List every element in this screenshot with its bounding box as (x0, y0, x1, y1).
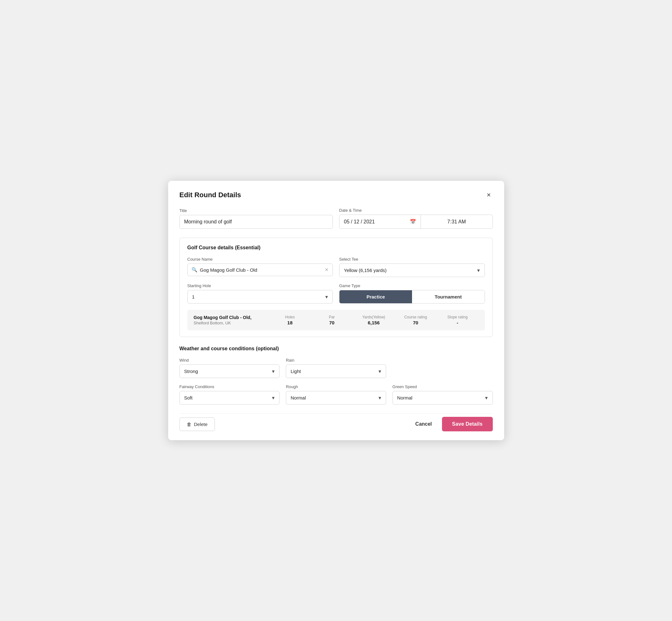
starting-hole-dropdown[interactable]: 1 2 10 (188, 290, 333, 303)
select-tee-label: Select Tee (339, 257, 485, 261)
slope-rating-label: Slope rating (447, 315, 468, 319)
edit-round-modal: Edit Round Details × Title Date & Time 0… (168, 181, 504, 440)
game-type-label: Game Type (339, 283, 485, 288)
fairway-group: Fairway Conditions Soft Normal Hard ▼ (179, 384, 280, 405)
holes-value: 18 (287, 320, 293, 325)
delete-button[interactable]: 🗑 Delete (179, 417, 215, 431)
date-part[interactable]: 05 / 12 / 2021 📅 (339, 215, 421, 229)
date-time-row: 05 / 12 / 2021 📅 7:31 AM (339, 215, 493, 229)
course-name-label: Course Name (187, 257, 333, 261)
holes-stat: Holes 18 (269, 315, 311, 325)
footer-row: 🗑 Delete Cancel Save Details (179, 413, 493, 431)
rain-group: Rain None Light Moderate Heavy ▼ (286, 358, 386, 378)
fairway-dropdown[interactable]: Soft Normal Hard (180, 391, 280, 404)
close-button[interactable]: × (485, 191, 493, 199)
title-label: Title (179, 208, 333, 213)
calendar-icon: 📅 (410, 219, 416, 225)
save-button[interactable]: Save Details (442, 417, 493, 431)
yards-value: 6,156 (368, 320, 380, 325)
footer-right: Cancel Save Details (413, 417, 493, 431)
date-value: 05 / 12 / 2021 (344, 219, 375, 225)
starting-hole-group: Starting Hole 1 2 10 ▼ (187, 283, 333, 303)
course-name-input[interactable] (200, 267, 323, 273)
slope-rating-value: - (457, 320, 458, 325)
starting-hole-wrap[interactable]: 1 2 10 ▼ (187, 290, 333, 303)
par-value: 70 (329, 320, 334, 325)
weather-title: Weather and course conditions (optional) (179, 346, 493, 351)
fairway-label: Fairway Conditions (179, 384, 280, 389)
modal-header: Edit Round Details × (179, 191, 493, 199)
rough-select-wrap[interactable]: Short Normal Long ▼ (286, 391, 386, 405)
game-type-group: Game Type Practice Tournament (339, 283, 485, 303)
course-rating-label: Course rating (404, 315, 427, 319)
course-rating-stat: Course rating 70 (395, 315, 437, 325)
hole-gametype-row: Starting Hole 1 2 10 ▼ Game Type Practic… (187, 283, 485, 303)
time-part[interactable]: 7:31 AM (421, 215, 493, 229)
slope-rating-stat: Slope rating - (437, 315, 478, 325)
tournament-button[interactable]: Tournament (412, 290, 485, 303)
wind-rain-row: Wind Calm Light Moderate Strong Very Str… (179, 358, 493, 378)
course-info-bar: Gog Magog Golf Club - Old, Shelford Bott… (187, 310, 485, 330)
yards-stat: Yards(Yellow) 6,156 (353, 315, 395, 325)
search-icon: 🔍 (192, 267, 198, 273)
practice-button[interactable]: Practice (339, 290, 412, 303)
rough-label: Rough (286, 384, 386, 389)
cancel-button[interactable]: Cancel (413, 417, 434, 431)
green-speed-select-wrap[interactable]: Slow Normal Fast Very Fast ▼ (392, 391, 493, 405)
course-name-search-wrap[interactable]: 🔍 ✕ (187, 263, 333, 276)
course-location: Shelford Bottom, UK (194, 321, 269, 325)
par-stat: Par 70 (311, 315, 353, 325)
golf-course-title: Golf Course details (Essential) (187, 245, 485, 251)
delete-label: Delete (194, 422, 208, 427)
rough-group: Rough Short Normal Long ▼ (286, 384, 386, 405)
modal-title: Edit Round Details (179, 191, 241, 199)
starting-hole-label: Starting Hole (187, 283, 333, 288)
course-rating-value: 70 (413, 320, 418, 325)
trash-icon: 🗑 (187, 422, 192, 427)
top-row: Title Date & Time 05 / 12 / 2021 📅 7:31 … (179, 208, 493, 229)
fairway-rough-green-row: Fairway Conditions Soft Normal Hard ▼ Ro… (179, 384, 493, 405)
course-tee-row: Course Name 🔍 ✕ Select Tee Yellow (6,156… (187, 257, 485, 277)
rain-dropdown[interactable]: None Light Moderate Heavy (286, 365, 386, 378)
date-label: Date & Time (339, 208, 493, 213)
course-info-name: Gog Magog Golf Club - Old, Shelford Bott… (194, 315, 269, 325)
title-field-group: Title (179, 208, 333, 229)
green-speed-label: Green Speed (392, 384, 493, 389)
wind-group: Wind Calm Light Moderate Strong Very Str… (179, 358, 280, 378)
select-tee-wrap[interactable]: Yellow (6,156 yards) White (6,400 yards)… (339, 263, 485, 277)
rain-label: Rain (286, 358, 386, 363)
wind-dropdown[interactable]: Calm Light Moderate Strong Very Strong (180, 365, 280, 378)
spacer (392, 358, 493, 378)
clear-icon[interactable]: ✕ (325, 267, 329, 273)
rain-select-wrap[interactable]: None Light Moderate Heavy ▼ (286, 365, 386, 378)
time-value: 7:31 AM (447, 219, 466, 225)
weather-section: Weather and course conditions (optional)… (179, 346, 493, 405)
wind-label: Wind (179, 358, 280, 363)
date-field-group: Date & Time 05 / 12 / 2021 📅 7:31 AM (339, 208, 493, 229)
select-tee-group: Select Tee Yellow (6,156 yards) White (6… (339, 257, 485, 277)
title-input[interactable] (179, 215, 333, 229)
course-name-group: Course Name 🔍 ✕ (187, 257, 333, 277)
green-speed-group: Green Speed Slow Normal Fast Very Fast ▼ (392, 384, 493, 405)
fairway-select-wrap[interactable]: Soft Normal Hard ▼ (179, 391, 280, 405)
holes-label: Holes (285, 315, 295, 319)
wind-select-wrap[interactable]: Calm Light Moderate Strong Very Strong ▼ (179, 365, 280, 378)
game-type-toggle: Practice Tournament (339, 290, 485, 303)
golf-course-section: Golf Course details (Essential) Course N… (179, 238, 493, 337)
par-label: Par (329, 315, 335, 319)
course-name-bold: Gog Magog Golf Club - Old, (194, 315, 269, 320)
select-tee-dropdown[interactable]: Yellow (6,156 yards) White (6,400 yards)… (339, 264, 485, 277)
green-speed-dropdown[interactable]: Slow Normal Fast Very Fast (393, 391, 493, 404)
yards-label: Yards(Yellow) (362, 315, 385, 319)
rough-dropdown[interactable]: Short Normal Long (286, 391, 386, 404)
